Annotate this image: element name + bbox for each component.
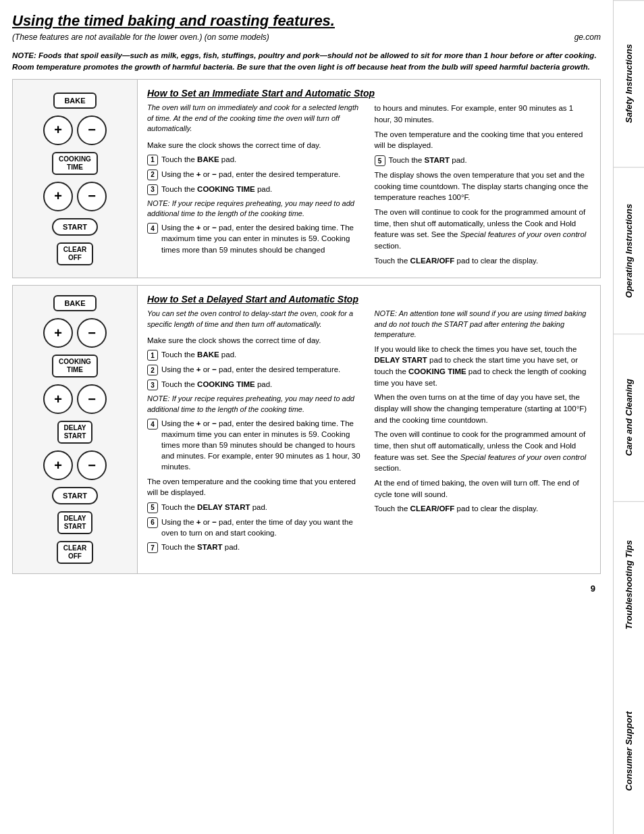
delayed-left-col: You can set the oven control to delay-st… — [147, 309, 364, 556]
delayed-step-num-4: 4 — [147, 419, 158, 429]
note-step4-delayed: NOTE: If your recipe requires preheating… — [147, 394, 364, 415]
delayed-step-num-3: 3 — [147, 380, 158, 390]
delayed-step-text-4: Using the + or − pad, enter the desired … — [161, 418, 364, 472]
step-row-2: 2 Using the + or − pad, enter the desire… — [147, 169, 364, 180]
delayed-step-row-6: 6 Using the + or − pad, enter the time o… — [147, 517, 364, 538]
immediate-text: How to Set an Immediate Start and Automa… — [138, 80, 600, 278]
plus-button-2[interactable]: + — [43, 182, 73, 211]
sidebar-item-care[interactable]: Care and Cleaning — [614, 334, 644, 500]
delayed-step-text-5: Touch the DELAY START pad. — [161, 502, 364, 513]
delayed-right-when: When the oven turns on at the time of da… — [375, 392, 591, 425]
delayed-step-text-7: Touch the START pad. — [161, 542, 364, 552]
immediate-diagram: BAKE + − COOKINGTIME + − START CLEAROFF — [13, 80, 138, 278]
immediate-right-col: to hours and minutes. For example, enter… — [375, 103, 591, 269]
delayed-step-num-1: 1 — [147, 350, 158, 361]
sidebar: Safety Instructions Operating Instructio… — [613, 0, 644, 834]
safety-note: NOTE: Foods that spoil easily—such as mi… — [12, 50, 601, 72]
delayed-step-row-7: 7 Touch the START pad. — [147, 542, 364, 553]
step-text-3: Touch the COOKING TIME pad. — [161, 184, 364, 194]
step-num-3: 3 — [147, 184, 158, 195]
note-text: NOTE: Foods that spoil easily—such as mi… — [12, 51, 597, 71]
right-temp-displayed: The oven temperature and the cooking tim… — [375, 129, 591, 151]
delayed-step-row-5: 5 Touch the DELAY START pad. — [147, 502, 364, 513]
delayed-right-check: If you would like to check the times you… — [375, 344, 591, 389]
start-button-2[interactable]: START — [52, 487, 98, 504]
sidebar-item-safety[interactable]: Safety Instructions — [614, 0, 644, 167]
plus-minus-row-1: + − — [43, 115, 107, 145]
step-text-1: Touch the BAKE pad. — [161, 154, 364, 165]
step-text-2: Using the + or − pad, enter the desired … — [161, 169, 364, 180]
delay-start-button-1[interactable]: DELAYSTART — [57, 421, 93, 444]
delayed-right-col: NOTE: An attention tone will sound if yo… — [375, 309, 591, 556]
delayed-make-sure: Make sure the clock shows the correct ti… — [147, 335, 364, 346]
step-num-5: 5 — [375, 155, 385, 166]
delayed-intro: You can set the oven control to delay-st… — [147, 309, 364, 330]
sidebar-item-troubleshooting[interactable]: Troubleshooting Tips — [614, 501, 644, 668]
step-text-5: Touch the START pad. — [389, 155, 591, 165]
plus-button-1[interactable]: + — [43, 115, 73, 145]
sidebar-item-consumer[interactable]: Consumer Support — [614, 668, 644, 834]
plus-minus-row-5: + − — [43, 450, 107, 480]
cooking-time-button-2[interactable]: COOKINGTIME — [52, 355, 98, 377]
delayed-section: BAKE + − COOKINGTIME + − DELAYSTART + − … — [12, 285, 601, 574]
page-title: Using the timed baking and roasting feat… — [12, 12, 601, 30]
step-row-4: 4 Using the + or − pad, enter the desire… — [147, 222, 364, 255]
plus-minus-row-4: + − — [43, 384, 107, 414]
page-subtitle: (These features are not available for th… — [12, 32, 269, 42]
bake-button-2[interactable]: BAKE — [53, 295, 96, 311]
delayed-step-num-5: 5 — [147, 502, 158, 513]
delayed-clear-off: Touch the CLEAR/OFF pad to clear the dis… — [375, 503, 591, 515]
immediate-intro: The oven will turn on immediately and co… — [147, 103, 364, 134]
delayed-step-row-4: 4 Using the + or − pad, enter the desire… — [147, 418, 364, 472]
main-content: Using the timed baking and roasting feat… — [0, 0, 613, 834]
minus-button-1[interactable]: − — [77, 115, 107, 145]
plus-minus-row-2: + − — [43, 182, 107, 211]
minus-button-3[interactable]: − — [77, 318, 107, 348]
minus-button-5[interactable]: − — [77, 450, 107, 480]
cooking-time-button-1[interactable]: COOKINGTIME — [52, 152, 98, 175]
after-step5-2: The oven will continue to cook for the p… — [375, 207, 591, 252]
delayed-step-row-3: 3 Touch the COOKING TIME pad. — [147, 379, 364, 390]
immediate-two-col: The oven will turn on immediately and co… — [147, 103, 591, 269]
bake-button-1[interactable]: BAKE — [53, 93, 96, 109]
clear-off-text-immediate: Touch the CLEAR/OFF pad to clear the dis… — [375, 255, 591, 267]
delayed-step-text-2: Using the + or − pad, enter the desired … — [161, 364, 364, 375]
sidebar-item-operating[interactable]: Operating Instructions — [614, 167, 644, 334]
delayed-right-continue: The oven will continue to cook for the p… — [375, 429, 591, 474]
immediate-section: BAKE + − COOKINGTIME + − START CLEAROFF … — [12, 79, 601, 278]
note-step4-immediate: NOTE: If your recipe requires preheating… — [147, 199, 364, 219]
delayed-right-end: At the end of timed baking, the oven wil… — [375, 477, 591, 500]
immediate-make-sure: Make sure the clock shows the correct ti… — [147, 140, 364, 151]
step-num-4: 4 — [147, 223, 158, 234]
delayed-text: How to Set a Delayed Start and Automatic… — [138, 286, 600, 573]
step-text-4: Using the + or − pad, enter the desired … — [161, 222, 364, 255]
delayed-step-text-3: Touch the COOKING TIME pad. — [161, 379, 364, 390]
delayed-step-row-2: 2 Using the + or − pad, enter the desire… — [147, 364, 364, 375]
delayed-two-col: You can set the oven control to delay-st… — [147, 309, 591, 556]
delayed-step-num-6: 6 — [147, 517, 158, 528]
clear-off-button-2[interactable]: CLEAROFF — [57, 541, 93, 564]
page-number: 9 — [12, 583, 601, 594]
delayed-step-row-1: 1 Touch the BAKE pad. — [147, 349, 364, 361]
step-row-3: 3 Touch the COOKING TIME pad. — [147, 184, 364, 195]
delayed-step-num-2: 2 — [147, 365, 158, 375]
delayed-step-text-6: Using the + or − pad, enter the time of … — [161, 517, 364, 538]
step-row-5: 5 Touch the START pad. — [375, 155, 591, 166]
start-button-1[interactable]: START — [52, 218, 98, 236]
plus-minus-row-3: + − — [43, 318, 107, 348]
subtitle-row: (These features are not available for th… — [12, 32, 601, 45]
clear-off-button-1[interactable]: CLEAROFF — [57, 242, 93, 265]
step-num-1: 1 — [147, 155, 158, 165]
plus-button-3[interactable]: + — [43, 318, 73, 348]
right-hours-minutes: to hours and minutes. For example, enter… — [375, 103, 591, 125]
delayed-step-num-7: 7 — [147, 542, 158, 553]
plus-button-5[interactable]: + — [43, 450, 73, 480]
delay-start-button-2[interactable]: DELAYSTART — [57, 511, 93, 534]
minus-button-2[interactable]: − — [77, 182, 107, 211]
immediate-heading: How to Set an Immediate Start and Automa… — [147, 88, 591, 99]
step-row-1: 1 Touch the BAKE pad. — [147, 154, 364, 165]
minus-button-4[interactable]: − — [77, 384, 107, 414]
delayed-heading: How to Set a Delayed Start and Automatic… — [147, 294, 591, 305]
delayed-oven-temp: The oven temperature and the cooking tim… — [147, 476, 364, 498]
plus-button-4[interactable]: + — [43, 384, 73, 414]
